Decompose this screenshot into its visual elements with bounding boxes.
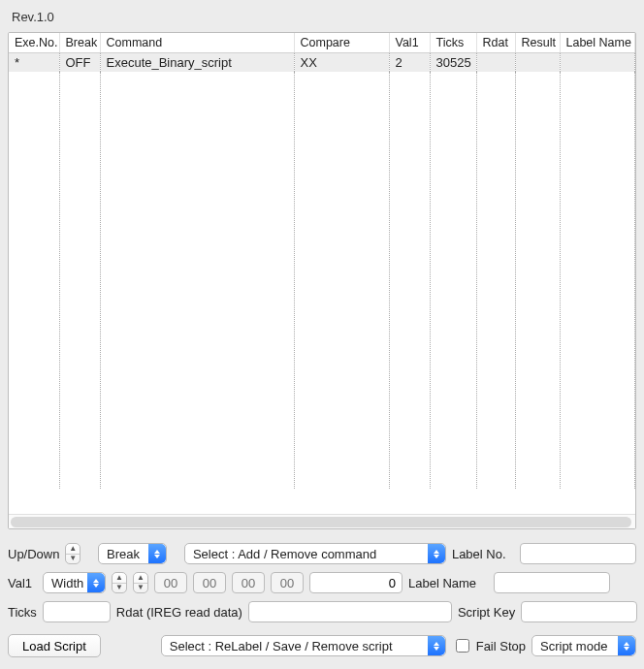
col-break[interactable]: Break [59, 33, 100, 53]
break-select[interactable]: Break [98, 543, 167, 564]
command-table-container: Exe.No. Break Command Compare Val1 Ticks… [8, 32, 636, 529]
controls-panel: Up/Down ▲ ▼ Break Select : Add / Remove … [8, 529, 636, 657]
val1-stepper-2[interactable]: ▲ ▼ [133, 572, 148, 593]
col-exe-no[interactable]: Exe.No. [9, 33, 59, 53]
script-mode-label: Script mode [540, 639, 607, 653]
script-action-select[interactable]: Select : ReLabel / Save / Remove script [161, 635, 446, 656]
val1-label: Val1 [8, 576, 37, 590]
hex-input-4[interactable] [271, 572, 304, 593]
chevron-updown-icon [148, 544, 166, 563]
col-command[interactable]: Command [100, 33, 294, 53]
col-ticks[interactable]: Ticks [430, 33, 476, 53]
col-rdat[interactable]: Rdat [476, 33, 515, 53]
table-header-row: Exe.No. Break Command Compare Val1 Ticks… [9, 33, 635, 53]
hex-input-3[interactable] [232, 572, 265, 593]
stepper-up-icon[interactable]: ▲ [113, 573, 126, 583]
load-script-button[interactable]: Load Script [8, 634, 101, 657]
col-val1[interactable]: Val1 [389, 33, 430, 53]
window-title: Rev.1.0 [8, 6, 636, 32]
col-compare[interactable]: Compare [294, 33, 389, 53]
script-action-label: Select : ReLabel / Save / Remove script [170, 639, 393, 653]
hex-input-2[interactable] [193, 572, 226, 593]
stepper-down-icon[interactable]: ▼ [134, 584, 147, 593]
fail-stop-label: Fail Stop [476, 639, 526, 653]
controls-row-4: Load Script Select : ReLabel / Save / Re… [8, 634, 636, 657]
label-no-input[interactable] [520, 543, 636, 564]
controls-row-1: Up/Down ▲ ▼ Break Select : Add / Remove … [8, 543, 636, 564]
scrollbar-thumb[interactable] [11, 517, 631, 527]
table-row[interactable]: * OFF Execute_Binary_script XX 2 30525 [9, 53, 635, 73]
label-name-input[interactable] [494, 572, 610, 593]
val1-numeric-input[interactable] [309, 572, 402, 593]
label-no-label: Label No. [452, 547, 514, 561]
controls-row-3: Ticks Rdat (IREG read data) Script Key [8, 601, 636, 622]
command-table-scroll[interactable]: Exe.No. Break Command Compare Val1 Ticks… [9, 33, 635, 514]
rdat-label: Rdat (IREG read data) [116, 605, 242, 620]
stepper-up-icon[interactable]: ▲ [134, 573, 147, 583]
script-key-label: Script Key [458, 605, 515, 620]
cell-ticks[interactable]: 30525 [430, 53, 476, 73]
table-empty-area[interactable] [9, 72, 635, 489]
script-key-input[interactable] [521, 601, 637, 622]
cell-rdat[interactable] [476, 53, 515, 73]
controls-row-2: Val1 Width ▲ ▼ ▲ ▼ Label Name [8, 572, 636, 593]
updown-up-icon[interactable]: ▲ [66, 544, 80, 554]
fail-stop-input[interactable] [456, 639, 469, 653]
col-result[interactable]: Result [515, 33, 560, 53]
fail-stop-checkbox[interactable]: Fail Stop [452, 636, 526, 655]
ticks-input[interactable] [43, 601, 111, 622]
updown-down-icon[interactable]: ▼ [66, 555, 80, 564]
ticks-label: Ticks [8, 605, 37, 620]
rdat-input[interactable] [248, 601, 452, 622]
hex-input-1[interactable] [154, 572, 187, 593]
cell-exe-no[interactable]: * [9, 53, 59, 73]
cell-result[interactable] [515, 53, 560, 73]
cell-break[interactable]: OFF [59, 53, 100, 73]
cell-compare[interactable]: XX [294, 53, 389, 73]
break-select-label: Break [107, 547, 140, 561]
width-select[interactable]: Width [43, 572, 106, 593]
command-table: Exe.No. Break Command Compare Val1 Ticks… [9, 33, 635, 489]
chevron-updown-icon [87, 573, 105, 592]
load-script-label: Load Script [22, 639, 86, 653]
stepper-down-icon[interactable]: ▼ [113, 584, 126, 593]
command-select[interactable]: Select : Add / Remove command [184, 543, 446, 564]
horizontal-scrollbar[interactable] [9, 514, 635, 528]
updown-stepper[interactable]: ▲ ▼ [65, 543, 80, 564]
chevron-updown-icon [428, 636, 445, 655]
col-label-name[interactable]: Label Name [560, 33, 635, 53]
chevron-updown-icon [618, 636, 635, 655]
script-editor-window: Rev.1.0 Exe.No. Break Command Compare Va… [0, 0, 644, 669]
cell-val1[interactable]: 2 [389, 53, 430, 73]
updown-label: Up/Down [8, 547, 59, 561]
chevron-updown-icon [428, 544, 445, 563]
label-name-label: Label Name [408, 576, 488, 590]
width-select-label: Width [51, 576, 83, 590]
val1-stepper-1[interactable]: ▲ ▼ [112, 572, 127, 593]
script-mode-select[interactable]: Script mode [531, 635, 636, 656]
command-select-label: Select : Add / Remove command [193, 547, 376, 561]
cell-label-name[interactable] [560, 53, 635, 73]
cell-command[interactable]: Execute_Binary_script [100, 53, 294, 73]
